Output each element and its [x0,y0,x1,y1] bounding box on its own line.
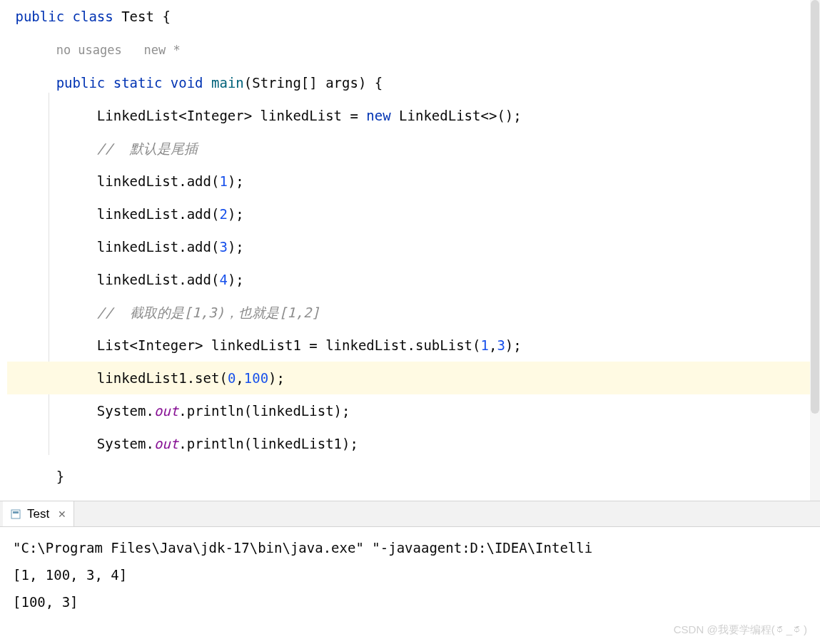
token: LinkedList<Integer> linkedList = [97,108,367,123]
code-line[interactable]: LinkedList<Integer> linkedList = new Lin… [7,99,820,132]
token: // 截取的是[1,3)，也就是[1,2] [97,305,320,320]
console-line: [1, 100, 3, 4] [13,561,807,588]
watermark: CSDN @我要学编程(ಥ_ಥ) [674,623,807,637]
code-line[interactable]: linkedList.add(3); [7,230,820,263]
token: ); [505,337,522,353]
console-tab-label: Test [27,507,49,521]
token: public [56,75,113,91]
console-tab-test[interactable]: Test ✕ [3,501,74,526]
code-line[interactable]: public static void main(String[] args) { [7,66,820,99]
token: 4 [219,272,227,287]
run-config-icon [10,508,21,520]
token: Test [121,9,162,24]
code-line[interactable]: no usages new * [7,33,820,66]
code-line[interactable]: linkedList1.set(0,100); [7,362,820,394]
token: main [211,75,244,91]
code-container: public class Test { no usages new * publ… [7,0,820,501]
token: linkedList.add( [97,173,220,189]
token: linkedList.add( [97,272,220,287]
scrollbar-thumb[interactable] [811,0,819,414]
token: linkedList.add( [97,206,220,222]
token: out [154,403,178,419]
token: 1 [480,337,488,353]
code-line[interactable]: linkedList.add(1); [7,165,820,198]
token: 2 [219,206,227,222]
token: ); [228,239,244,255]
token: 1 [219,173,227,189]
token: linkedList1.set( [97,370,228,386]
token: List<Integer> linkedList1 = linkedList.s… [97,337,481,353]
token: ); [228,173,244,189]
token: .println(linkedList1); [178,436,358,451]
code-line[interactable]: linkedList.add(4); [7,263,820,296]
token: new [366,108,399,123]
code-line[interactable]: // 截取的是[1,3)，也就是[1,2] [7,296,820,329]
token: , [236,370,243,386]
token: 0 [228,370,236,386]
token: (String[] args) { [244,75,383,91]
code-line[interactable]: } [7,460,820,493]
token: , [489,337,497,353]
svg-rect-0 [11,510,20,518]
token: 3 [219,239,227,255]
token: out [154,436,178,451]
token: ); [268,370,285,386]
console-tab-bar: Test ✕ [0,501,820,527]
token: 100 [244,370,268,386]
code-line[interactable]: System.out.println(linkedList1); [7,427,820,460]
code-line[interactable]: System.out.println(linkedList); [7,394,820,427]
token: no usages new * [56,43,181,57]
code-line[interactable]: // 默认是尾插 [7,132,820,165]
close-icon[interactable]: ✕ [58,508,66,520]
token: public [15,9,72,24]
token: System. [97,436,154,451]
token: LinkedList<>(); [399,108,522,123]
token: static [113,75,171,91]
token: { [162,9,170,24]
token: void [171,75,211,91]
code-line[interactable]: List<Integer> linkedList1 = linkedList.s… [7,329,820,362]
svg-rect-1 [13,511,19,513]
code-line[interactable]: public class Test { [7,0,820,33]
scrollbar-track[interactable] [810,0,820,501]
token: System. [97,403,154,419]
code-line[interactable]: linkedList.add(2); [7,198,820,230]
token: linkedList.add( [97,239,220,255]
console-output[interactable]: "C:\Program Files\Java\jdk-17\bin\java.e… [0,527,820,623]
token: 3 [497,337,505,353]
console-line: "C:\Program Files\Java\jdk-17\bin\java.e… [13,534,807,561]
token: ); [228,206,244,222]
code-editor[interactable]: public class Test { no usages new * publ… [0,0,820,501]
token: class [73,9,122,24]
token: ); [228,272,244,287]
token: } [56,469,64,484]
code-line[interactable]: } [7,493,820,501]
console-line: [100, 3] [13,588,807,615]
token: // 默认是尾插 [97,140,198,156]
token: .println(linkedList); [178,403,350,419]
